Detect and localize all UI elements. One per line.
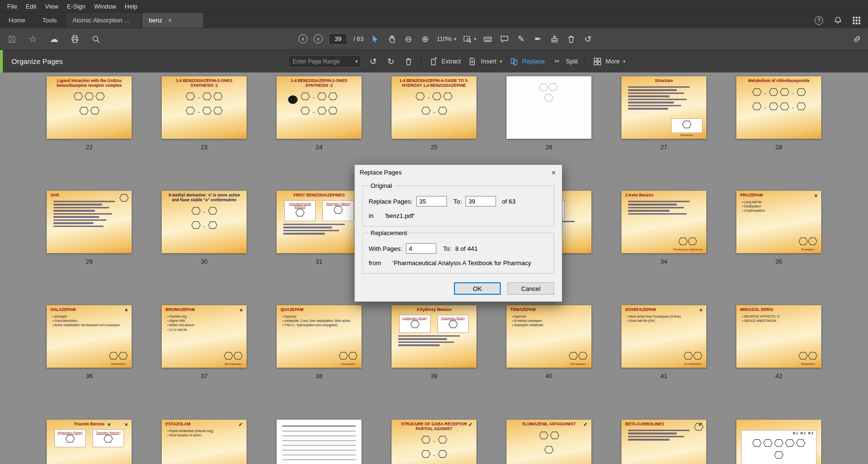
close-tab-icon[interactable]: × [167,17,173,24]
replacement-from-input[interactable] [406,243,436,254]
delete-pages-icon[interactable] [566,34,577,44]
find-icon[interactable] [91,34,101,44]
page-thumbnail-46[interactable]: ✓STRUCURE OF GABA-RECEPTOR PARTIAL AGONI… [392,420,476,464]
keyboard-icon[interactable] [483,34,493,44]
help-icon[interactable]: ? [815,16,823,25]
page-thumbnail-40[interactable]: TEMAZEPAMHypnoticN-methyl oxazepamDiazep… [506,305,591,368]
page-thumbnail-26[interactable] [506,76,591,139]
benzene-ring-icon [79,106,89,117]
page-thumbnail-49[interactable]: R1 R2 R3 [736,420,821,464]
dialog-titlebar[interactable]: Replace Pages × [355,165,562,179]
text-line [628,89,677,91]
page-thumbnail-28[interactable]: Metabolism of chlordiazepoxide→→→→ [736,76,821,139]
page-thumbnail-37[interactable]: ×BROMAZEPAMPyridine ringHigher MWBetter … [162,305,247,368]
structure-with-label: Prazepam [798,237,817,251]
zoom-in-icon[interactable]: ⊕ [420,34,430,44]
benzene-ring-icon [769,102,778,113]
split-label: Split [566,58,578,65]
rotate-left-icon[interactable]: ↺ [368,56,379,67]
ok-button[interactable]: OK [454,282,501,295]
notifications-bell-icon[interactable] [833,15,843,26]
page-thumbnail-25[interactable]: 1-4 BENZODIAZEPIN-4-OXIDE TO 3-HYDROXY 1… [392,76,476,139]
select-tool-icon[interactable] [370,34,380,44]
structure-with-label: Bromazepam [224,351,243,365]
split-button[interactable]: ✂ Split [552,56,578,67]
print-icon[interactable] [70,34,80,44]
tab-tools[interactable]: Tools [34,13,65,28]
page-range-box[interactable]: ▾ [289,55,361,68]
page-thumbnail-35[interactable]: ×PRAZEPAMLong half lifeDealkylation3-hyd… [736,191,821,253]
structure-caption: Diazepam (Valium) [324,202,352,206]
marquee-zoom-dropdown[interactable]: ▾ [463,34,476,44]
hand-tool-icon[interactable] [386,34,397,44]
menu-esign[interactable]: E-Sign [62,3,90,10]
previous-page-icon[interactable]: ∧ [299,34,308,43]
menu-file[interactable]: File [3,3,21,10]
dialog-close-icon[interactable]: × [546,165,562,179]
cancel-button[interactable]: Cancel [507,282,554,295]
save-icon[interactable] [7,34,17,44]
page-thumbnail-23[interactable]: 1-4 BENZODIAZEPIN-2-ONES SYNTHESIS :1→→ [162,76,247,139]
replacement-range-label: 8 of 441 [455,245,477,252]
bullet-item: Dealkylation [742,204,818,208]
replace-button[interactable]: Replace [509,57,545,66]
benzene-ring-icon [202,92,212,103]
original-to-input[interactable] [465,196,496,206]
page-range-input[interactable] [293,58,355,65]
app-grid-icon[interactable] [853,17,860,24]
page-thumbnail-34[interactable]: 2-Keto BenzosFlurazepam (Dalmane) [621,191,706,253]
doc-tab-atomic-absorption[interactable]: Atomic Absorption ... [65,13,142,28]
page-thumbnail-48[interactable]: ✓BETA-CARBOLINES [621,420,706,464]
delete-page-icon[interactable] [403,56,414,67]
page-thumbnail-24[interactable]: 1-4 BENZODIAZEPIN-2-ONES SYNTHESIS :2→→ [277,76,362,139]
menu-edit[interactable]: Edit [21,3,41,10]
bullet-item: Diazepam metabolite. [512,323,589,327]
main-toolbar: ☆ ☁ ∧ ∨ / 63 ⊖ ⊕ 110% ▾ ▾ [0,28,868,50]
comment-icon[interactable] [499,34,510,44]
page-cell: 3-hydroxy BenzosLorazepam (Ativan)Oxazep… [392,305,476,380]
page-thumbnail-22[interactable]: Ligand intraction with the GABAa benzodi… [47,76,132,139]
doc-tab-benz[interactable]: benz × [142,13,204,28]
page-thumbnail-30[interactable]: 3-methyl derivative: 's' is more active … [162,191,247,253]
tab-home[interactable]: Home [0,13,34,28]
page-number-input[interactable] [329,33,347,45]
structure-cards-row: Lorazepam (Ativan)Oxazepam (Serax) [392,315,476,333]
original-from-input[interactable] [416,196,447,206]
page-thumbnail-44[interactable]: ✓ESTAZOLAMRapid metabolism (triazole rin… [162,420,247,464]
zoom-out-icon[interactable]: ⊖ [403,34,413,44]
next-page-icon[interactable]: ∨ [314,34,323,43]
menu-view[interactable]: View [41,3,62,10]
page-thumbnail-43[interactable]: ××Triazolo BenzosAlprazolam (Xanax)Triaz… [47,420,132,464]
more-button[interactable]: More ▾ [593,57,626,66]
page-thumbnail-36[interactable]: ×HALAZEPAManxiolyticGood absorbtionActiv… [47,305,132,368]
sign-pen-icon[interactable]: ✒ [533,34,543,44]
link-icon[interactable] [852,34,862,44]
page-thumbnail-29[interactable]: SAR [47,191,132,253]
benzene-ring-icon [191,221,201,231]
page-thumbnail-42[interactable]: IMIDAZOL DERIV.SEDATIVE HYPNOTIC IVINDUC… [736,305,821,368]
page-thumbnail-38[interactable]: QUAZEPAMHypnoticmetabolite: 2-oxo, then … [277,305,362,368]
refresh-icon[interactable]: ↺ [583,34,593,44]
text-line [628,95,670,97]
menu-help[interactable]: Help [121,3,142,10]
favorite-star-icon[interactable]: ☆ [28,34,38,44]
insert-button[interactable]: Insert ▾ [468,57,502,66]
page-thumbnail-45[interactable] [277,420,362,464]
page-thumbnail-39[interactable]: 3-hydroxy BenzosLorazepam (Ativan)Oxazep… [392,305,476,368]
page-thumbnail-31[interactable]: FIRST BENZODIAZEPINESChlordiazepoxide (L… [277,191,362,253]
stamp-icon[interactable] [549,34,560,44]
text-line [53,201,115,203]
pencil-edit-icon[interactable]: ✎ [516,34,527,44]
replace-pages-label: Replace Pages: [369,198,413,205]
page-thumbnail-47[interactable]: ✓FLOMAZENIL ANTAGONIST [506,420,591,464]
extract-button[interactable]: Extract [429,57,461,66]
menu-window[interactable]: Window [90,3,120,10]
zoom-level-dropdown[interactable]: 110% ▾ [436,35,456,42]
share-cloud-icon[interactable]: ☁ [49,34,59,44]
more-label: More [606,58,620,65]
rotate-right-icon[interactable]: ↻ [386,56,396,67]
page-cell: SAR29 [47,191,132,265]
page-thumbnail-27[interactable]: StructureDiazepam [621,76,706,139]
text-line [283,230,339,232]
page-thumbnail-41[interactable]: ×DOXEFAZEPAMMore active than Flurazepam … [621,305,706,368]
